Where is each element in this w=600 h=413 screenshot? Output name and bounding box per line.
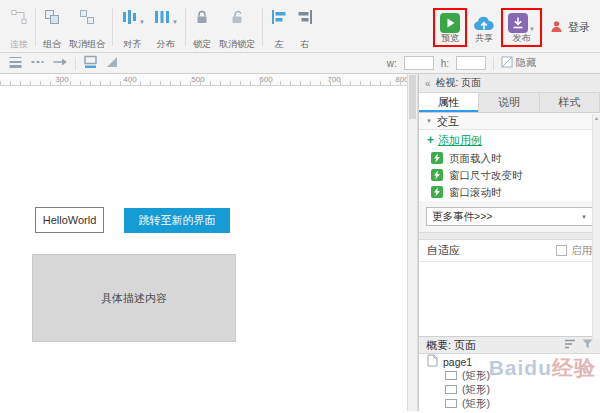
outline-header: 概要: 页面 — [419, 336, 600, 354]
publish-label: 发布 — [513, 33, 531, 43]
align-left-button[interactable]: 左 — [266, 3, 292, 51]
interaction-section-label: 交互 — [437, 114, 459, 129]
tree-item-rectangle[interactable]: (矩形) — [419, 369, 600, 383]
hide-icon — [501, 56, 513, 70]
collapse-panel-icon[interactable]: « — [425, 78, 431, 89]
rectangle-icon — [445, 384, 457, 396]
axure-window: 连接 组合 取消组合 ▼ 对齐 ▼ — [0, 0, 600, 413]
tree-item-rectangle[interactable]: (矩形) — [419, 397, 600, 411]
tab-style[interactable]: 样式 — [540, 93, 600, 112]
outline-title: 概要: 页面 — [426, 338, 476, 353]
add-case-row: + 添加用例 — [419, 130, 600, 150]
main-area: 300 400 500 600 700 800 HelloWorld 跳转至新的… — [0, 74, 600, 411]
publish-button[interactable]: ▼ 发布 — [504, 10, 539, 45]
design-canvas[interactable]: HelloWorld 跳转至新的界面 具体描述内容 — [0, 86, 407, 411]
height-field[interactable] — [456, 56, 486, 70]
toolbar-separator — [493, 57, 494, 70]
annotation-box-publish: ▼ 发布 — [501, 8, 542, 47]
align-icon: ▼ — [120, 6, 145, 26]
sort-icon[interactable] — [564, 339, 576, 351]
canvas-vertical-scrollbar[interactable] — [407, 74, 418, 411]
align-right-label: 右 — [300, 39, 309, 49]
login-user-icon — [549, 19, 564, 36]
preview-play-icon — [440, 13, 460, 33]
align-button[interactable]: ▼ 对齐 — [116, 3, 149, 51]
event-label: 窗口尺寸改变时 — [449, 169, 523, 183]
event-case-icon — [431, 152, 443, 166]
hide-toggle[interactable]: 隐藏 — [501, 56, 536, 70]
align-label: 对齐 — [123, 39, 141, 49]
event-window-scroll[interactable]: 窗口滚动时 — [431, 184, 600, 201]
inspector-title: 检视: 页面 — [436, 76, 482, 90]
interaction-section-header[interactable]: ▼ 交互 — [419, 113, 600, 130]
tree-item-label: page1 — [443, 356, 472, 368]
toolbar-separator — [112, 8, 113, 46]
toolbar-separator — [262, 8, 263, 46]
event-case-icon — [431, 186, 443, 200]
share-button[interactable]: 共享 — [468, 10, 500, 45]
chevron-down-icon: ▼ — [581, 214, 587, 220]
border-color-icon[interactable] — [83, 55, 98, 71]
distribute-icon: ▼ — [153, 6, 178, 26]
add-case-link[interactable]: 添加用例 — [438, 133, 482, 148]
hide-label: 隐藏 — [516, 56, 536, 70]
panel-empty-space — [419, 262, 600, 336]
width-field-label: w: — [387, 58, 397, 69]
height-field-label: h: — [441, 58, 449, 69]
width-field[interactable] — [404, 56, 434, 70]
more-events-dropdown[interactable]: 更多事件>>> ▼ — [426, 207, 593, 226]
chevron-down-icon: ▼ — [529, 25, 535, 33]
login-button[interactable]: 登录 — [543, 19, 596, 36]
distribute-button[interactable]: ▼ 分布 — [149, 3, 182, 51]
adaptive-row: 自适应 启用 — [419, 240, 600, 262]
align-left-icon — [270, 6, 288, 26]
line-weight-icon[interactable] — [8, 55, 23, 71]
event-list: 页面载入时 窗口尺寸改变时 窗口滚动时 — [419, 150, 600, 201]
unlock-label: 取消锁定 — [219, 39, 255, 49]
toolbar-right-cluster: 预览 共享 ▼ 发布 — [432, 3, 596, 51]
panel-divider — [419, 232, 600, 240]
enable-control: 启用 — [556, 244, 592, 258]
horizontal-ruler: 300 400 500 600 700 800 — [0, 74, 407, 86]
unlock-icon — [228, 6, 246, 26]
chevron-down-icon: ▼ — [172, 18, 178, 26]
jump-button-widget[interactable]: 跳转至新的界面 — [124, 208, 230, 233]
share-cloud-icon — [472, 13, 496, 33]
tree-item-rectangle[interactable]: (矩形) — [419, 383, 600, 397]
unlock-button[interactable]: 取消锁定 — [215, 3, 259, 51]
canvas-column: 300 400 500 600 700 800 HelloWorld 跳转至新的… — [0, 74, 407, 411]
connector-tool-button[interactable]: 连接 — [6, 3, 32, 51]
ungroup-label: 取消组合 — [69, 39, 105, 49]
scroll-up-icon[interactable]: ▲ — [593, 114, 600, 122]
enable-checkbox[interactable] — [556, 245, 567, 256]
login-label: 登录 — [568, 20, 590, 35]
plus-icon: + — [427, 133, 434, 147]
ungroup-button[interactable]: 取消组合 — [65, 3, 109, 51]
lock-label: 锁定 — [193, 39, 211, 49]
tree-item-page1[interactable]: page1 — [419, 354, 600, 369]
description-box-widget[interactable]: 具体描述内容 — [32, 254, 236, 342]
more-events-value: 更多事件>>> — [432, 210, 492, 224]
filter-icon[interactable] — [582, 339, 593, 351]
inspector-panel: « 检视: 页面 属性 说明 样式 ▼ 交互 + 添加用例 — [418, 74, 600, 411]
hello-world-widget[interactable]: HelloWorld — [35, 207, 104, 233]
line-style-icon[interactable] — [30, 55, 45, 71]
event-page-load[interactable]: 页面载入时 — [431, 150, 600, 167]
event-window-resize[interactable]: 窗口尺寸改变时 — [431, 167, 600, 184]
enable-label: 启用 — [571, 244, 592, 258]
scrollbar-thumb[interactable] — [409, 75, 416, 119]
align-left-label: 左 — [274, 39, 283, 49]
lock-button[interactable]: 锁定 — [189, 3, 215, 51]
preview-button[interactable]: 预览 — [436, 10, 464, 45]
tab-properties[interactable]: 属性 — [419, 93, 479, 112]
event-case-icon — [431, 169, 443, 183]
panel-scrollbar[interactable]: ▲ — [592, 114, 600, 338]
chevron-down-icon: ▼ — [139, 18, 145, 26]
group-button[interactable]: 组合 — [39, 3, 65, 51]
tab-notes[interactable]: 说明 — [479, 93, 539, 112]
align-right-button[interactable]: 右 — [292, 3, 318, 51]
align-right-icon — [296, 6, 314, 26]
corner-icon[interactable] — [105, 55, 119, 71]
group-icon — [43, 6, 61, 26]
arrow-style-icon[interactable] — [52, 55, 68, 71]
